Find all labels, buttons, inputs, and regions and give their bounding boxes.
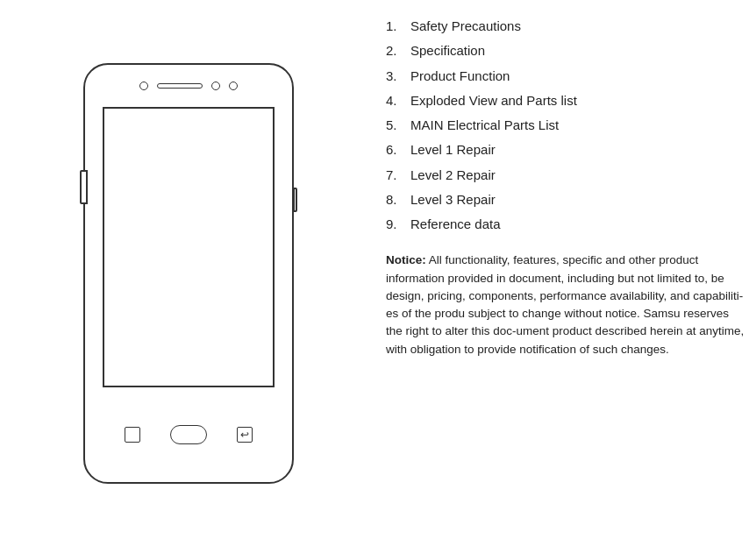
toc-item-3: 3. Product Function [386,66,747,86]
sensor2-icon [229,82,238,90]
phone-bottom-bar: ↩ [85,387,292,482]
toc-text-7: Level 2 Repair [410,165,496,185]
front-camera-icon [139,82,148,90]
table-of-contents: 1. Safety Precautions 2. Specification 3… [386,16,747,234]
toc-item-5: 5. MAIN Electrical Parts List [386,115,747,135]
toc-num-7: 7. [386,165,410,185]
notice-label: Notice: [386,253,426,266]
notice-section: Notice: All functionality, features, spe… [386,252,747,358]
power-button [293,188,297,212]
toc-num-6: 6. [386,139,410,160]
toc-text-8: Level 3 Repair [410,189,496,209]
sensor-icon [211,82,220,90]
recent-apps-button [125,427,140,443]
toc-item-9: 9. Reference data [386,214,747,234]
toc-num-1: 1. [386,16,410,36]
phone-top-bar [85,65,292,107]
toc-num-4: 4. [386,90,410,110]
toc-item-6: 6. Level 1 Repair [386,139,747,160]
toc-item-1: 1. Safety Precautions [386,16,747,36]
toc-text-5: MAIN Electrical Parts List [410,115,559,135]
toc-text-9: Reference data [410,214,501,234]
back-button: ↩ [237,427,253,443]
notice-text: All functionality, features, specific an… [386,253,744,355]
back-arrow-icon: ↩ [240,429,249,440]
toc-item-2: 2. Specification [386,40,747,60]
toc-num-5: 5. [386,115,410,135]
toc-item-4: 4. Exploded View and Parts list [386,90,747,110]
toc-num-8: 8. [386,189,410,209]
toc-text-6: Level 1 Repair [410,139,496,160]
phone-illustration: ↩ [83,63,294,484]
toc-num-3: 3. [386,66,410,86]
phone-illustration-panel: ↩ [0,0,377,546]
toc-text-3: Product Function [410,66,510,86]
toc-item-7: 7. Level 2 Repair [386,165,747,185]
toc-num-2: 2. [386,40,410,60]
phone-screen [103,107,275,387]
speaker-icon [157,83,203,89]
content-panel: 1. Safety Precautions 2. Specification 3… [377,0,756,546]
toc-item-8: 8. Level 3 Repair [386,189,747,209]
toc-num-9: 9. [386,214,410,234]
home-button [170,425,207,444]
toc-text-2: Specification [410,40,485,60]
toc-text-4: Exploded View and Parts list [410,90,577,110]
toc-text-1: Safety Precautions [410,16,521,36]
